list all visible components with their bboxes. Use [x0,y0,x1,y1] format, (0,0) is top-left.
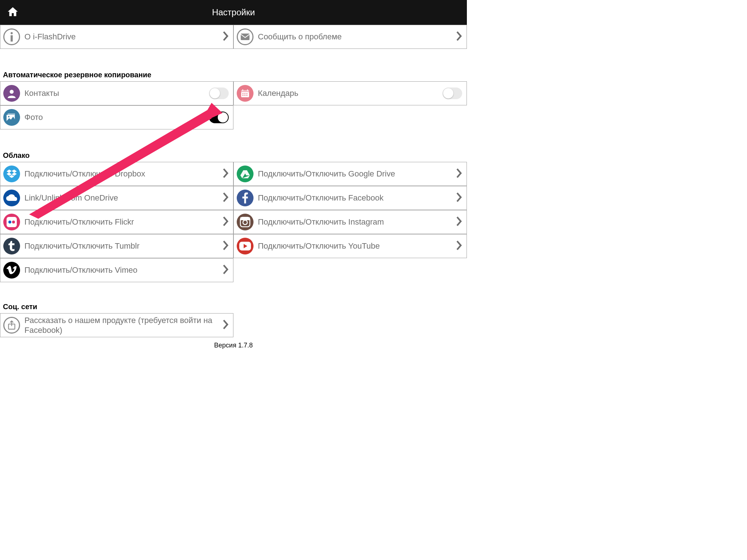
svg-rect-18 [7,217,17,227]
gdrive-item[interactable]: Подключить/Отключить Google Drive [233,162,467,186]
about-label: О i-FlashDrive [24,32,223,42]
chevron-icon [223,265,229,276]
contacts-icon [3,85,20,102]
flickr-label: Подключить/Отключить Flickr [24,217,223,227]
version-label: Версия 1.7.8 [0,337,467,349]
calendar-label: Календарь [258,89,442,98]
chevron-icon [456,168,462,179]
svg-rect-9 [242,93,243,94]
youtube-icon [237,238,253,254]
page-title: Настройки [212,7,255,18]
flickr-icon [3,214,20,230]
report-problem-item[interactable]: Сообщить о проблеме [233,25,467,49]
photo-item[interactable]: Фото [0,105,233,129]
tumblr-item[interactable]: Подключить/Отключить Tumblr [0,234,233,258]
chevron-icon [223,217,229,228]
calendar-toggle[interactable] [442,88,462,99]
flickr-item[interactable]: Подключить/Отключить Flickr [0,210,233,234]
instagram-item[interactable]: Подключить/Отключить Instagram [233,210,467,234]
header-bar: Настройки [0,0,467,25]
info-icon [3,28,20,45]
vimeo-icon [3,262,20,279]
dropbox-icon [3,166,20,182]
chevron-icon [456,31,462,42]
vimeo-item[interactable]: Подключить/Отключить Vimeo [0,258,233,282]
chevron-icon [223,241,229,252]
chevron-icon [223,31,229,42]
svg-point-0 [11,32,13,34]
facebook-icon [237,190,253,206]
calendar-icon [237,85,253,102]
facebook-label: Подключить/Отключить Facebook [258,193,456,203]
share-label: Рассказать о нашем продукте (требуется в… [24,315,223,335]
svg-rect-2 [241,34,249,40]
photo-toggle[interactable] [209,112,229,123]
onedrive-icon [3,190,20,206]
chevron-icon [223,168,229,179]
svg-rect-10 [244,93,245,94]
top-row: О i-FlashDrive Сообщить о проблеме [0,25,467,49]
chevron-icon [456,217,462,228]
onedrive-item[interactable]: Link/Unlink from OneDrive [0,186,233,210]
svg-point-23 [243,220,247,225]
svg-point-17 [8,116,9,117]
photo-label: Фото [24,113,209,122]
instagram-label: Подключить/Отключить Instagram [258,217,456,227]
svg-point-20 [12,221,15,223]
vimeo-label: Подключить/Отключить Vimeo [24,265,223,275]
contacts-item[interactable]: Контакты [0,81,233,105]
tumblr-label: Подключить/Отключить Tumblr [24,241,223,251]
calendar-item[interactable]: Календарь [233,81,467,105]
chevron-icon [223,192,229,203]
tumblr-icon [3,238,20,254]
contacts-toggle[interactable] [209,88,229,99]
svg-rect-11 [246,93,247,94]
svg-point-3 [10,90,14,94]
dropbox-item[interactable]: Подключить/Отключить Dropbox [0,162,233,186]
googledrive-icon [237,166,253,182]
chevron-icon [456,192,462,203]
contacts-label: Контакты [24,89,209,98]
gdrive-label: Подключить/Отключить Google Drive [258,169,456,179]
facebook-item[interactable]: Подключить/Отключить Facebook [233,186,467,210]
chevron-icon [456,241,462,252]
photo-icon [3,109,20,126]
backup-section-title: Автоматическое резервное копирование [0,67,467,81]
share-icon [3,317,20,334]
youtube-item[interactable]: Подключить/Отключить YouTube [233,234,467,258]
svg-rect-1 [11,35,13,42]
social-section-title: Соц. сети [0,299,467,313]
instagram-icon [237,214,253,230]
onedrive-label: Link/Unlink from OneDrive [24,193,223,203]
about-item[interactable]: О i-FlashDrive [0,25,233,49]
cloud-section-title: Облако [0,148,467,162]
home-icon[interactable] [7,6,19,19]
dropbox-label: Подключить/Отключить Dropbox [24,169,223,179]
svg-rect-12 [242,95,243,96]
svg-rect-13 [244,95,245,96]
youtube-label: Подключить/Отключить YouTube [258,241,456,251]
svg-point-19 [8,221,11,223]
mail-icon [237,28,253,45]
report-label: Сообщить о проблеме [258,32,456,42]
svg-rect-14 [246,95,247,96]
chevron-icon [223,320,229,331]
share-product-item[interactable]: Рассказать о нашем продукте (требуется в… [0,313,233,337]
svg-point-24 [248,218,249,219]
